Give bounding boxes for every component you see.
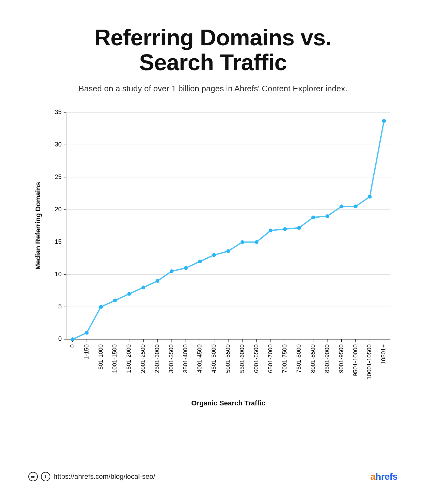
data-point: [184, 266, 188, 270]
x-tick-label: 8501-9000: [324, 344, 330, 373]
x-tick-label: 8001-8500: [310, 344, 316, 373]
data-point: [156, 279, 159, 283]
x-tick-label: 1-150: [83, 344, 90, 360]
data-point: [85, 331, 89, 335]
chart-page: Referring Domains vs. Search Traffic Bas…: [0, 0, 426, 504]
x-tick-label: 3501-4000: [182, 344, 189, 373]
chart-title: Referring Domains vs. Search Traffic: [28, 25, 398, 75]
source-url: https://ahrefs.com/blog/local-seo/: [54, 472, 155, 481]
data-point: [99, 305, 103, 309]
data-point: [311, 216, 315, 220]
x-tick-label: 1501-2000: [125, 344, 132, 373]
data-point: [71, 337, 75, 341]
y-tick-label: 20: [55, 206, 62, 213]
line-chart: 0510152025303501-150501-10001001-1500150…: [28, 106, 398, 431]
brand-hrefs: hrefs: [375, 471, 398, 482]
y-tick-label: 5: [58, 303, 62, 310]
data-point: [127, 292, 131, 296]
footer: cc i https://ahrefs.com/blog/local-seo/ …: [28, 466, 398, 482]
x-tick-label: 9001-9500: [338, 344, 344, 373]
data-point: [340, 205, 344, 209]
x-tick-label: 1001-1500: [111, 344, 118, 373]
data-point: [141, 286, 145, 289]
data-point: [226, 249, 230, 253]
y-tick-label: 0: [58, 335, 62, 342]
x-tick-label: 9501-10000: [352, 344, 359, 376]
x-tick-label: 10501+: [380, 344, 387, 364]
data-point: [269, 229, 273, 232]
x-tick-label: 2501-3000: [154, 344, 160, 373]
data-point: [113, 299, 117, 302]
data-point: [354, 205, 358, 209]
brand-a: a: [370, 471, 375, 482]
attribution-icon: i: [41, 472, 50, 481]
data-point: [382, 119, 386, 123]
ahrefs-logo: ahrefs: [370, 471, 398, 482]
data-point: [283, 227, 287, 231]
y-tick-label: 25: [55, 173, 62, 180]
x-tick-label: 6001-6500: [253, 344, 259, 373]
data-point: [297, 226, 301, 230]
x-tick-label: 10001-10500: [366, 344, 372, 380]
x-axis-title: Organic Search Traffic: [191, 399, 265, 407]
cc-icon: cc: [28, 472, 38, 481]
x-tick-label: 3001-3500: [168, 344, 174, 373]
x-tick-label: 4501-5000: [210, 344, 217, 373]
x-tick-label: 5501-6000: [239, 344, 245, 373]
title-line-1: Referring Domains vs.: [94, 25, 332, 50]
data-point: [368, 195, 372, 199]
chart-subtitle: Based on a study of over 1 billion pages…: [28, 84, 398, 94]
y-tick-label: 15: [55, 238, 62, 245]
data-point: [198, 260, 202, 264]
x-tick-label: 5001-5500: [224, 344, 231, 373]
x-tick-label: 7501-8000: [295, 344, 302, 373]
footer-left: cc i https://ahrefs.com/blog/local-seo/: [28, 472, 155, 481]
data-point: [170, 269, 173, 273]
x-tick-label: 0: [69, 344, 76, 348]
y-tick-label: 10: [55, 271, 62, 278]
y-axis-title: Median Referring Domains: [34, 182, 42, 270]
series-line: [73, 121, 384, 339]
chart-container: 0510152025303501-150501-10001001-1500150…: [28, 106, 398, 466]
y-tick-label: 35: [55, 109, 62, 116]
data-point: [326, 215, 329, 218]
x-tick-label: 6501-7000: [267, 344, 274, 373]
data-point: [255, 240, 258, 244]
x-tick-label: 7001-7500: [281, 344, 288, 373]
data-point: [212, 253, 216, 257]
y-tick-label: 30: [55, 141, 62, 148]
title-line-2: Search Traffic: [139, 50, 287, 75]
x-tick-label: 4001-4500: [196, 344, 203, 373]
x-tick-label: 2001-2500: [139, 344, 146, 373]
x-tick-label: 501-1000: [97, 344, 104, 369]
data-point: [241, 240, 244, 244]
